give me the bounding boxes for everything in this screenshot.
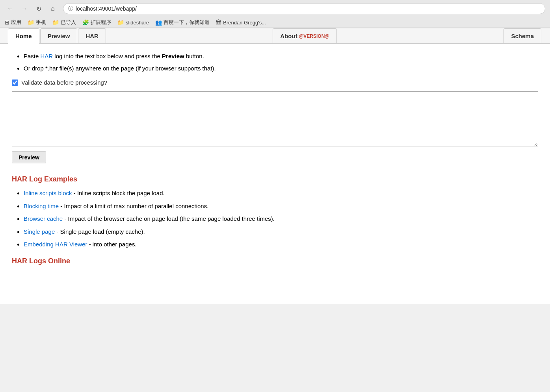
apps-icon: ⊞ [5,19,9,26]
tab-preview[interactable]: Preview [40,28,78,43]
bookmark-extensions-label: 扩展程序 [91,19,111,26]
har-textarea[interactable] [12,91,538,146]
example-desc-3: - Single page load (empty cache). [55,228,145,235]
har-examples-section: HAR Log Examples Inline scripts block - … [12,175,538,249]
example-item-4: Embedding HAR Viewer - into other pages. [24,240,538,249]
instruction-item-2: Or drop *.har file(s) anywhere on the pa… [24,64,538,73]
bookmark-apps[interactable]: ⊞ 应用 [5,19,21,26]
bookmark-brendan[interactable]: 🏛 Brendan Gregg's... [216,19,266,26]
example-desc-1: - Impact of a limit of max number of par… [59,203,208,209]
example-item-0: Inline scripts block - Inline scripts bl… [24,189,538,198]
bookmark-brendan-label: Brendan Gregg's... [223,20,266,26]
example-link-4[interactable]: Embedding HAR Viewer [24,241,87,248]
har-logs-online-section: HAR Logs Online [12,257,538,265]
bookmark-imported-label: 已导入 [61,19,76,26]
instructions-list: Paste HAR log into the text box below an… [12,52,538,73]
page-content: Paste HAR log into the text box below an… [0,44,550,273]
bookmark-extensions[interactable]: 🧩 扩展程序 [82,19,111,26]
instruction-1-pre: Paste [24,53,41,59]
bookmark-baidu-label: 百度一下，你就知道 [164,19,210,26]
bookmark-imported[interactable]: 📁 已导入 [52,19,76,26]
bookmark-apps-label: 应用 [11,19,21,26]
har-examples-list: Inline scripts block - Inline scripts bl… [12,189,538,249]
home-button[interactable]: ⌂ [47,3,58,14]
har-link[interactable]: HAR [41,53,53,59]
example-desc-2: - Impact of the browser cache on page lo… [63,215,275,222]
tab-home[interactable]: Home [8,28,39,44]
example-item-2: Browser cache - Impact of the browser ca… [24,214,538,224]
tab-bar: Home Preview HAR About @VERSION@ Schema [0,28,550,44]
instruction-1-mid: log into the text box below and press th… [53,53,162,59]
refresh-button[interactable]: ↻ [33,3,44,14]
address-info-icon: ⓘ [68,5,73,12]
address-text: localhost:49001/webapp/ [76,6,137,12]
tab-about-label: About [280,33,297,39]
puzzle-icon: 🧩 [82,19,89,26]
forward-button[interactable]: → [19,3,30,14]
validate-label: Validate data before processing? [21,79,107,86]
nav-buttons: ← → ↻ ⌂ [5,3,58,14]
example-item-1: Blocking time - Impact of a limit of max… [24,202,538,211]
example-item-3: Single page - Single page load (empty ca… [24,227,538,237]
bookmark-phone[interactable]: 📁 手机 [28,19,46,26]
har-logs-online-title: HAR Logs Online [12,257,538,265]
brendan-icon: 🏛 [216,19,221,26]
example-link-0[interactable]: Inline scripts block [24,190,72,196]
example-link-2[interactable]: Browser cache [24,215,63,222]
browser-toolbar: ← → ↻ ⌂ ⓘ localhost:49001/webapp/ [0,0,550,17]
preview-button-wrapper: Preview [12,152,538,175]
baidu-icon: 👥 [155,19,162,26]
validate-checkbox[interactable] [12,80,18,86]
har-examples-title: HAR Log Examples [12,175,538,183]
bookmark-baidu[interactable]: 👥 百度一下，你就知道 [155,19,210,26]
example-link-1[interactable]: Blocking time [24,203,59,209]
instruction-1-bold: Preview [162,53,184,59]
folder-icon-imported: 📁 [52,19,59,26]
address-bar[interactable]: ⓘ localhost:49001/webapp/ [63,3,545,14]
bookmark-phone-label: 手机 [36,19,46,26]
tab-about[interactable]: About @VERSION@ [273,28,337,43]
bookmark-slideshare-label: slideshare [126,20,149,26]
tab-about-version: @VERSION@ [299,33,329,39]
bookmark-slideshare[interactable]: 📁 slideshare [117,19,149,26]
back-button[interactable]: ← [5,3,16,14]
example-desc-0: - Inline scripts block the page load. [72,190,165,196]
folder-icon-slideshare: 📁 [117,19,124,26]
browser-chrome: ← → ↻ ⌂ ⓘ localhost:49001/webapp/ ⊞ 应用 📁… [0,0,550,28]
instruction-item-1: Paste HAR log into the text box below an… [24,52,538,61]
page-wrapper: Home Preview HAR About @VERSION@ Schema … [0,28,550,304]
checkbox-row: Validate data before processing? [12,79,538,86]
example-desc-4: - into other pages. [87,241,136,248]
folder-icon-phone: 📁 [28,19,34,26]
tab-har[interactable]: HAR [78,28,106,43]
preview-button[interactable]: Preview [12,152,46,163]
instruction-1-end: button. [184,53,204,59]
tab-schema[interactable]: Schema [504,28,541,43]
example-link-3[interactable]: Single page [24,228,55,235]
bookmarks-bar: ⊞ 应用 📁 手机 📁 已导入 🧩 扩展程序 📁 slideshare 👥 百度… [0,17,550,28]
